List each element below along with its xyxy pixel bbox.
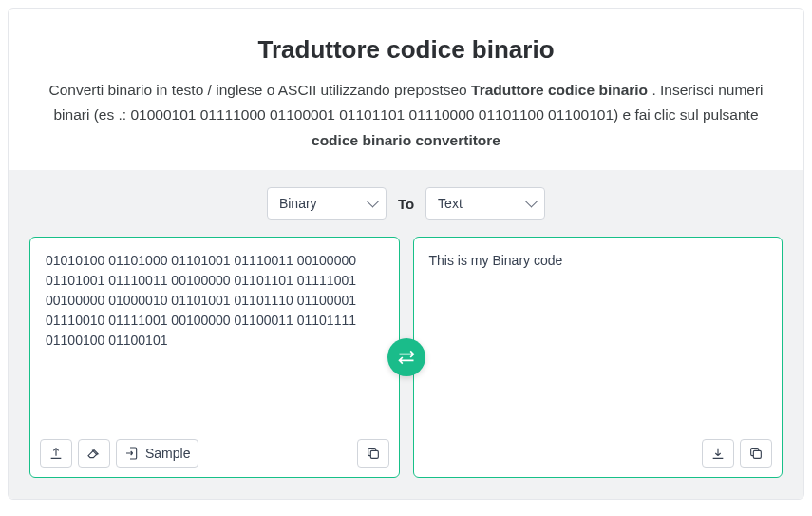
svg-rect-0 [370, 450, 378, 458]
upload-icon [48, 446, 64, 461]
upload-button[interactable] [40, 439, 72, 468]
page-title: Traduttore codice binario [24, 35, 788, 65]
from-select-wrap: Binary [267, 187, 387, 220]
workarea: Binary To Text [9, 170, 803, 499]
copy-icon [366, 446, 381, 461]
output-textarea[interactable] [414, 238, 783, 431]
swap-icon [397, 348, 416, 367]
sample-label: Sample [145, 446, 190, 461]
file-import-icon [124, 446, 140, 461]
panes: Sample [29, 237, 783, 478]
sample-button[interactable]: Sample [116, 439, 198, 468]
subtitle-text: Converti binario in testo / inglese o AS… [48, 82, 471, 98]
header: Traduttore codice binario Converti binar… [9, 9, 803, 170]
input-pane: Sample [29, 237, 400, 478]
subtitle-bold: codice binario convertitore [312, 132, 500, 148]
download-button[interactable] [702, 439, 734, 468]
erase-button[interactable] [78, 439, 110, 468]
to-label: To [398, 196, 414, 212]
output-pane [413, 237, 784, 478]
output-footer [414, 431, 783, 477]
to-select-wrap: Text [425, 187, 545, 220]
converter-card: Traduttore codice binario Converti binar… [8, 8, 804, 500]
from-select[interactable]: Binary [267, 187, 387, 220]
subtitle-bold: Traduttore codice binario [471, 82, 648, 98]
svg-rect-1 [753, 450, 761, 458]
swap-button[interactable] [387, 338, 425, 376]
copy-input-button[interactable] [357, 439, 389, 468]
page-subtitle: Converti binario in testo / inglese o AS… [24, 78, 788, 153]
to-select[interactable]: Text [425, 187, 545, 220]
download-icon [710, 446, 726, 461]
copy-output-button[interactable] [740, 439, 772, 468]
input-footer: Sample [30, 431, 399, 477]
input-textarea[interactable] [30, 238, 399, 431]
selectors-row: Binary To Text [29, 187, 783, 220]
copy-icon [748, 446, 764, 461]
eraser-icon [86, 446, 102, 461]
